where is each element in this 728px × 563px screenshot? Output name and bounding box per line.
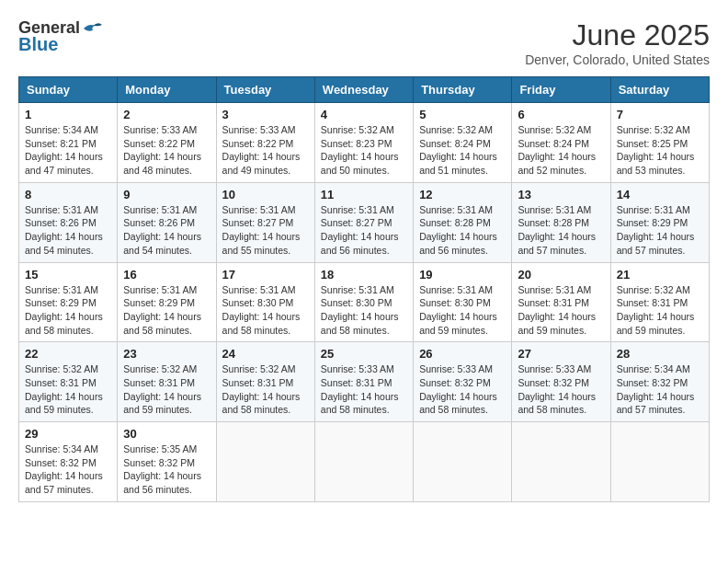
day-number: 5	[419, 108, 506, 121]
sunrise-text: Sunrise: 5:35 AM	[123, 443, 197, 454]
logo: General Blue	[18, 18, 102, 55]
sunrise-text: Sunrise: 5:31 AM	[123, 204, 197, 215]
title-block: June 2025 Denver, Colorado, United State…	[525, 18, 710, 67]
calendar-table: SundayMondayTuesdayWednesdayThursdayFrid…	[18, 76, 710, 502]
sunset-text: Sunset: 8:22 PM	[222, 138, 294, 149]
day-number: 11	[321, 188, 407, 201]
daylight-text: Daylight: 14 hours and 50 minutes.	[321, 151, 399, 176]
sunset-text: Sunset: 8:31 PM	[25, 377, 97, 388]
logo-blue-text: Blue	[18, 34, 58, 55]
day-number: 16	[123, 268, 210, 282]
day-info: Sunrise: 5:34 AM Sunset: 8:21 PM Dayligh…	[25, 123, 111, 178]
daylight-text: Daylight: 14 hours and 58 minutes.	[419, 391, 497, 416]
day-number: 22	[25, 347, 111, 361]
sunrise-text: Sunrise: 5:33 AM	[419, 363, 493, 374]
day-info: Sunrise: 5:32 AM Sunset: 8:24 PM Dayligh…	[518, 123, 604, 178]
day-info: Sunrise: 5:32 AM Sunset: 8:31 PM Dayligh…	[617, 283, 703, 338]
day-number: 23	[123, 347, 210, 361]
daylight-text: Daylight: 14 hours and 58 minutes.	[123, 311, 201, 336]
day-number: 24	[222, 347, 309, 361]
location-text: Denver, Colorado, United States	[525, 52, 710, 67]
calendar-day-cell: 23 Sunrise: 5:32 AM Sunset: 8:31 PM Dayl…	[118, 342, 216, 422]
sunrise-text: Sunrise: 5:31 AM	[321, 204, 394, 215]
sunrise-text: Sunrise: 5:32 AM	[222, 363, 296, 374]
sunrise-text: Sunrise: 5:31 AM	[123, 284, 197, 295]
daylight-text: Daylight: 14 hours and 59 minutes.	[25, 391, 103, 416]
sunset-text: Sunset: 8:26 PM	[123, 217, 195, 228]
sunset-text: Sunset: 8:29 PM	[25, 297, 97, 308]
sunrise-text: Sunrise: 5:33 AM	[222, 124, 296, 135]
sunrise-text: Sunrise: 5:32 AM	[25, 363, 98, 374]
sunrise-text: Sunrise: 5:32 AM	[321, 124, 394, 135]
daylight-text: Daylight: 14 hours and 54 minutes.	[25, 231, 103, 256]
sunrise-text: Sunrise: 5:31 AM	[222, 204, 296, 215]
calendar-day-cell: 28 Sunrise: 5:34 AM Sunset: 8:32 PM Dayl…	[610, 342, 709, 422]
daylight-text: Daylight: 14 hours and 56 minutes.	[321, 231, 399, 256]
day-info: Sunrise: 5:31 AM Sunset: 8:28 PM Dayligh…	[518, 203, 604, 258]
daylight-text: Daylight: 14 hours and 54 minutes.	[123, 231, 201, 256]
calendar-day-cell: 14 Sunrise: 5:31 AM Sunset: 8:29 PM Dayl…	[610, 182, 709, 262]
calendar-day-cell: 19 Sunrise: 5:31 AM Sunset: 8:30 PM Dayl…	[414, 262, 512, 342]
sunset-text: Sunset: 8:26 PM	[25, 217, 97, 228]
sunrise-text: Sunrise: 5:34 AM	[25, 443, 98, 454]
calendar-day-cell: 1 Sunrise: 5:34 AM Sunset: 8:21 PM Dayli…	[19, 103, 118, 183]
daylight-text: Daylight: 14 hours and 59 minutes.	[518, 311, 596, 336]
day-info: Sunrise: 5:32 AM Sunset: 8:23 PM Dayligh…	[321, 123, 407, 178]
sunset-text: Sunset: 8:31 PM	[321, 377, 392, 388]
sunset-text: Sunset: 8:32 PM	[419, 377, 491, 388]
daylight-text: Daylight: 14 hours and 48 minutes.	[123, 151, 201, 176]
sunrise-text: Sunrise: 5:32 AM	[419, 124, 493, 135]
daylight-text: Daylight: 14 hours and 53 minutes.	[617, 151, 695, 176]
page-header: General Blue June 2025 Denver, Colorado,…	[18, 18, 710, 67]
calendar-day-cell: 3 Sunrise: 5:33 AM Sunset: 8:22 PM Dayli…	[216, 103, 314, 183]
calendar-day-cell: 18 Sunrise: 5:31 AM Sunset: 8:30 PM Dayl…	[314, 262, 413, 342]
day-of-week-header: Saturday	[610, 77, 709, 103]
daylight-text: Daylight: 14 hours and 56 minutes.	[419, 231, 497, 256]
calendar-day-cell: 13 Sunrise: 5:31 AM Sunset: 8:28 PM Dayl…	[512, 182, 610, 262]
calendar-day-cell: 16 Sunrise: 5:31 AM Sunset: 8:29 PM Dayl…	[118, 262, 216, 342]
day-number: 15	[25, 268, 111, 282]
day-number: 3	[222, 108, 309, 121]
day-info: Sunrise: 5:32 AM Sunset: 8:24 PM Dayligh…	[419, 123, 506, 178]
daylight-text: Daylight: 14 hours and 59 minutes.	[617, 311, 695, 336]
calendar-day-cell: 8 Sunrise: 5:31 AM Sunset: 8:26 PM Dayli…	[19, 182, 118, 262]
daylight-text: Daylight: 14 hours and 59 minutes.	[123, 391, 201, 416]
day-info: Sunrise: 5:31 AM Sunset: 8:26 PM Dayligh…	[25, 203, 111, 258]
sunrise-text: Sunrise: 5:32 AM	[617, 124, 690, 135]
day-info: Sunrise: 5:31 AM Sunset: 8:31 PM Dayligh…	[518, 283, 604, 338]
calendar-week-row: 8 Sunrise: 5:31 AM Sunset: 8:26 PM Dayli…	[19, 182, 710, 262]
sunset-text: Sunset: 8:24 PM	[518, 138, 589, 149]
calendar-day-cell: 24 Sunrise: 5:32 AM Sunset: 8:31 PM Dayl…	[216, 342, 314, 422]
calendar-day-cell: 15 Sunrise: 5:31 AM Sunset: 8:29 PM Dayl…	[19, 262, 118, 342]
sunset-text: Sunset: 8:30 PM	[222, 297, 294, 308]
calendar-week-row: 1 Sunrise: 5:34 AM Sunset: 8:21 PM Dayli…	[19, 103, 710, 183]
day-info: Sunrise: 5:31 AM Sunset: 8:28 PM Dayligh…	[419, 203, 506, 258]
day-of-week-header: Tuesday	[216, 77, 314, 103]
daylight-text: Daylight: 14 hours and 57 minutes.	[25, 470, 103, 495]
day-info: Sunrise: 5:31 AM Sunset: 8:29 PM Dayligh…	[25, 283, 111, 338]
sunrise-text: Sunrise: 5:33 AM	[518, 363, 591, 374]
day-of-week-header: Friday	[512, 77, 610, 103]
day-info: Sunrise: 5:31 AM Sunset: 8:29 PM Dayligh…	[123, 283, 210, 338]
calendar-week-row: 15 Sunrise: 5:31 AM Sunset: 8:29 PM Dayl…	[19, 262, 710, 342]
calendar-day-cell: 4 Sunrise: 5:32 AM Sunset: 8:23 PM Dayli…	[314, 103, 413, 183]
sunset-text: Sunset: 8:28 PM	[419, 217, 491, 228]
day-number: 27	[518, 347, 604, 361]
sunrise-text: Sunrise: 5:31 AM	[518, 204, 591, 215]
day-number: 1	[25, 108, 111, 121]
day-info: Sunrise: 5:31 AM Sunset: 8:26 PM Dayligh…	[123, 203, 210, 258]
calendar-day-cell: 20 Sunrise: 5:31 AM Sunset: 8:31 PM Dayl…	[512, 262, 610, 342]
calendar-day-cell: 2 Sunrise: 5:33 AM Sunset: 8:22 PM Dayli…	[118, 103, 216, 183]
day-number: 2	[123, 108, 210, 121]
day-number: 21	[617, 268, 703, 282]
daylight-text: Daylight: 14 hours and 56 minutes.	[123, 470, 201, 495]
day-number: 19	[419, 268, 506, 282]
day-number: 12	[419, 188, 506, 201]
day-of-week-header: Sunday	[19, 77, 118, 103]
sunrise-text: Sunrise: 5:32 AM	[123, 363, 197, 374]
day-number: 20	[518, 268, 604, 282]
calendar-day-cell	[216, 422, 314, 502]
calendar-day-cell: 25 Sunrise: 5:33 AM Sunset: 8:31 PM Dayl…	[314, 342, 413, 422]
sunset-text: Sunset: 8:32 PM	[123, 457, 195, 468]
sunset-text: Sunset: 8:28 PM	[518, 217, 589, 228]
